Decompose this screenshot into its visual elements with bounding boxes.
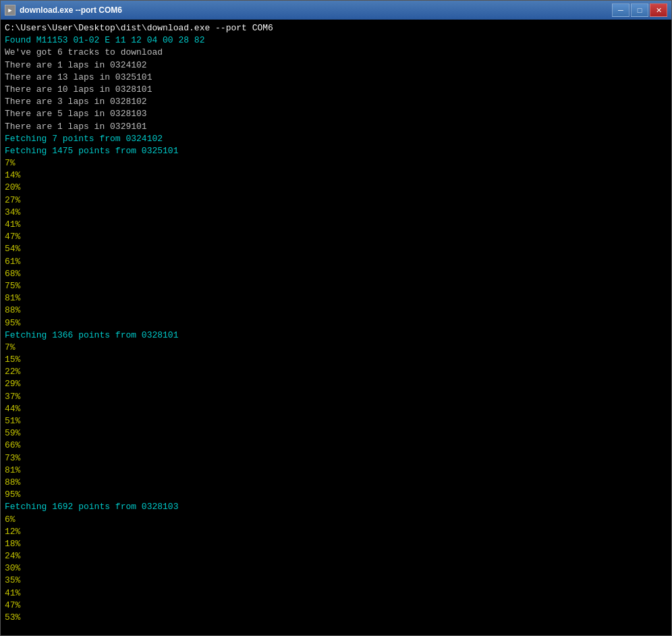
app-icon: ▶ <box>5 5 16 16</box>
console-line: 6% <box>5 514 667 526</box>
console-line: 61% <box>5 256 667 268</box>
console-line: 81% <box>5 292 667 304</box>
console-output: C:\Users\User\Desktop\dist\download.exe … <box>1 20 671 635</box>
console-line: Fetching 1366 points from 0328101 <box>5 329 667 342</box>
console-line: 7% <box>5 342 667 354</box>
console-line: 27% <box>5 194 667 207</box>
console-line: 66% <box>5 440 667 452</box>
console-line: 44% <box>5 403 667 415</box>
console-line: 18% <box>5 538 667 550</box>
console-line: 24% <box>5 550 667 562</box>
console-line: Fetching 1475 points from 0325101 <box>5 145 667 157</box>
console-line: 81% <box>5 465 667 477</box>
title-bar-left: ▶ download.exe --port COM6 <box>5 5 122 16</box>
console-line: There are 3 laps in 0328102 <box>5 96 667 108</box>
console-line: 95% <box>5 317 667 329</box>
console-line: 34% <box>5 207 667 219</box>
console-line: 47% <box>5 600 667 612</box>
console-line: 47% <box>5 231 667 243</box>
console-line: 88% <box>5 304 667 317</box>
console-line: Fetching 1692 points from 0328103 <box>5 501 667 513</box>
console-line: 51% <box>5 415 667 427</box>
console-line: 59% <box>5 427 667 440</box>
console-line: 95% <box>5 489 667 501</box>
console-line: Fetching 7 points from 0324102 <box>5 133 667 145</box>
console-line: There are 13 laps in 0325101 <box>5 72 667 84</box>
console-line: Found M11153 01-02 E 11 12 04 00 28 82 <box>5 34 667 47</box>
terminal-window: ▶ download.exe --port COM6 ─ □ ✕ C:\User… <box>0 0 672 636</box>
console-line: We've got 6 tracks to download <box>5 47 667 59</box>
console-line: 7% <box>5 157 667 169</box>
console-line: 73% <box>5 452 667 465</box>
console-line: 53% <box>5 612 667 624</box>
console-line: There are 1 laps in 0329101 <box>5 121 667 133</box>
console-line: 20% <box>5 182 667 194</box>
console-line: 14% <box>5 169 667 182</box>
console-line: 35% <box>5 575 667 587</box>
minimize-button[interactable]: ─ <box>612 3 629 17</box>
console-line: There are 10 laps in 0328101 <box>5 84 667 96</box>
console-line: 68% <box>5 268 667 280</box>
maximize-button[interactable]: □ <box>631 3 648 17</box>
console-line: 75% <box>5 280 667 292</box>
console-line: 30% <box>5 562 667 575</box>
title-bar-buttons: ─ □ ✕ <box>612 3 667 17</box>
close-button[interactable]: ✕ <box>650 3 667 17</box>
console-line: 37% <box>5 391 667 403</box>
console-line: 15% <box>5 354 667 366</box>
console-line: There are 5 laps in 0328103 <box>5 108 667 120</box>
console-line: 12% <box>5 526 667 538</box>
console-line: There are 1 laps in 0324102 <box>5 59 667 72</box>
console-line: C:\Users\User\Desktop\dist\download.exe … <box>5 22 667 34</box>
console-line: 88% <box>5 477 667 489</box>
console-line: 41% <box>5 219 667 231</box>
console-line: 29% <box>5 378 667 390</box>
console-line: 22% <box>5 366 667 378</box>
title-bar: ▶ download.exe --port COM6 ─ □ ✕ <box>1 1 671 20</box>
console-line: 41% <box>5 587 667 600</box>
window-title: download.exe --port COM6 <box>20 5 122 15</box>
console-line: 54% <box>5 243 667 255</box>
